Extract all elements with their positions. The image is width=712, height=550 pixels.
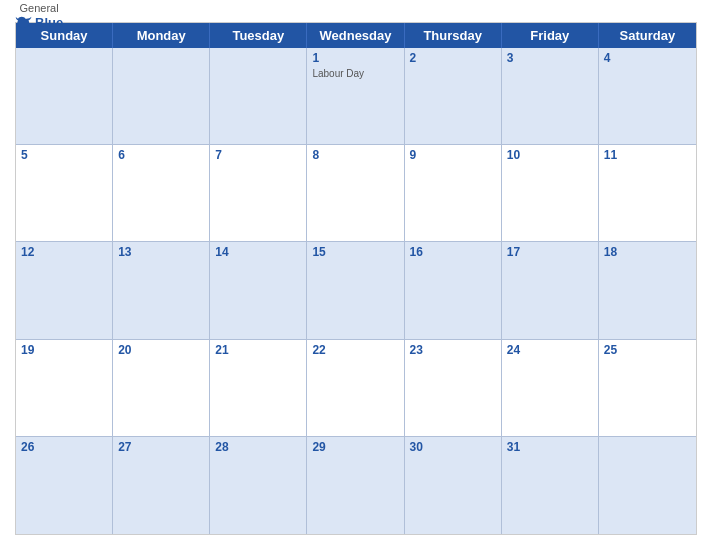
day-number: 10 (507, 148, 593, 164)
day-number: 17 (507, 245, 593, 261)
day-cell: 6 (113, 145, 210, 242)
logo-blue-text: Blue (15, 15, 63, 30)
day-cell: 19 (16, 340, 113, 437)
day-number: 23 (410, 343, 496, 359)
day-cell: 2 (405, 48, 502, 145)
day-cell: 10 (502, 145, 599, 242)
day-number: 9 (410, 148, 496, 164)
day-number: 24 (507, 343, 593, 359)
day-number: 15 (312, 245, 398, 261)
calendar-grid: SundayMondayTuesdayWednesdayThursdayFrid… (15, 22, 697, 535)
day-number: 2 (410, 51, 496, 67)
day-number: 13 (118, 245, 204, 261)
day-number: 31 (507, 440, 593, 456)
day-cell: 25 (599, 340, 696, 437)
logo-bird-icon (15, 15, 33, 29)
day-number: 1 (312, 51, 398, 67)
day-cell: 12 (16, 242, 113, 339)
day-number: 12 (21, 245, 107, 261)
day-cell: 3 (502, 48, 599, 145)
day-number: 5 (21, 148, 107, 164)
day-cell: 24 (502, 340, 599, 437)
day-number: 28 (215, 440, 301, 456)
day-number: 22 (312, 343, 398, 359)
day-header-tuesday: Tuesday (210, 23, 307, 48)
day-cell: 4 (599, 48, 696, 145)
day-number: 7 (215, 148, 301, 164)
day-number: 6 (118, 148, 204, 164)
holiday-label: Labour Day (312, 68, 398, 79)
week-row-5: 262728293031 (16, 437, 696, 534)
day-cell: 7 (210, 145, 307, 242)
day-cell: 14 (210, 242, 307, 339)
day-cell: 31 (502, 437, 599, 534)
day-number: 29 (312, 440, 398, 456)
day-number: 19 (21, 343, 107, 359)
day-cell: 17 (502, 242, 599, 339)
week-row-2: 567891011 (16, 145, 696, 242)
day-header-saturday: Saturday (599, 23, 696, 48)
day-cell: 8 (307, 145, 404, 242)
day-header-friday: Friday (502, 23, 599, 48)
day-cell: 26 (16, 437, 113, 534)
day-cell: 21 (210, 340, 307, 437)
day-cell (16, 48, 113, 145)
day-cell: 11 (599, 145, 696, 242)
day-cell: 18 (599, 242, 696, 339)
day-cell: 13 (113, 242, 210, 339)
day-cell: 5 (16, 145, 113, 242)
logo: General Blue (15, 2, 63, 29)
day-cell: 15 (307, 242, 404, 339)
calendar-weeks: 1Labour Day23456789101112131415161718192… (16, 48, 696, 534)
day-cell: 29 (307, 437, 404, 534)
day-cell: 20 (113, 340, 210, 437)
logo-general-text: General (20, 2, 59, 14)
day-number: 8 (312, 148, 398, 164)
week-row-1: 1Labour Day234 (16, 48, 696, 145)
day-cell: 27 (113, 437, 210, 534)
day-number: 30 (410, 440, 496, 456)
day-number: 11 (604, 148, 691, 164)
calendar-header: General Blue (15, 10, 697, 18)
day-number: 18 (604, 245, 691, 261)
week-row-3: 12131415161718 (16, 242, 696, 339)
day-cell (210, 48, 307, 145)
day-cell (113, 48, 210, 145)
day-number: 16 (410, 245, 496, 261)
week-row-4: 19202122232425 (16, 340, 696, 437)
day-number: 4 (604, 51, 691, 67)
day-number: 21 (215, 343, 301, 359)
day-cell (599, 437, 696, 534)
day-cell: 22 (307, 340, 404, 437)
day-number: 3 (507, 51, 593, 67)
day-number: 14 (215, 245, 301, 261)
day-cell: 1Labour Day (307, 48, 404, 145)
day-headers-row: SundayMondayTuesdayWednesdayThursdayFrid… (16, 23, 696, 48)
day-header-thursday: Thursday (405, 23, 502, 48)
day-cell: 28 (210, 437, 307, 534)
day-number: 25 (604, 343, 691, 359)
day-number: 27 (118, 440, 204, 456)
day-cell: 16 (405, 242, 502, 339)
day-cell: 9 (405, 145, 502, 242)
day-number: 26 (21, 440, 107, 456)
day-header-wednesday: Wednesday (307, 23, 404, 48)
day-header-monday: Monday (113, 23, 210, 48)
day-cell: 23 (405, 340, 502, 437)
day-number: 20 (118, 343, 204, 359)
day-cell: 30 (405, 437, 502, 534)
